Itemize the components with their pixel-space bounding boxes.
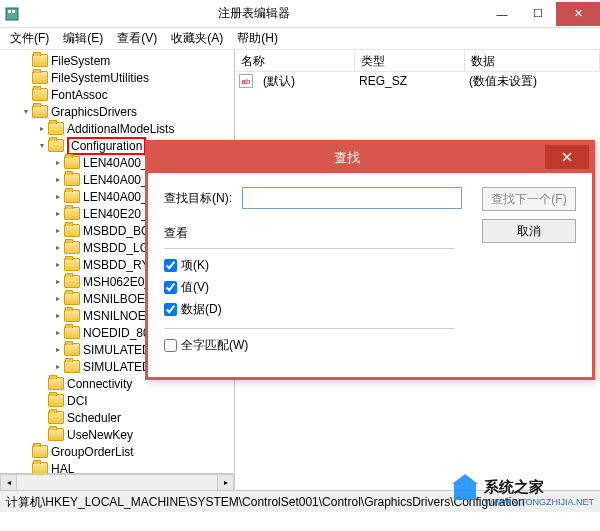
- twisty-closed-icon[interactable]: ▸: [52, 259, 64, 271]
- tree-label: FileSystem: [51, 54, 110, 68]
- tree-label: UseNewKey: [67, 428, 133, 442]
- twisty-closed-icon[interactable]: ▸: [52, 157, 64, 169]
- chk-values[interactable]: 值(V): [164, 279, 576, 296]
- folder-icon: [64, 207, 80, 220]
- chk-keys-box[interactable]: [164, 259, 177, 272]
- col-name[interactable]: 名称: [235, 50, 355, 71]
- twisty-closed-icon[interactable]: ▸: [52, 361, 64, 373]
- tree-row[interactable]: GroupOrderList: [0, 443, 234, 460]
- menu-edit[interactable]: 编辑(E): [57, 28, 109, 49]
- scroll-right-icon[interactable]: ▸: [217, 474, 234, 491]
- folder-icon: [64, 292, 80, 305]
- twisty-closed-icon[interactable]: ▸: [52, 174, 64, 186]
- dialog-titlebar[interactable]: 查找: [148, 143, 592, 173]
- chk-wholeword[interactable]: 全字匹配(W): [164, 337, 576, 354]
- svg-rect-1: [8, 10, 11, 13]
- dialog-title: 查找: [148, 149, 545, 167]
- tree-row[interactable]: FontAssoc: [0, 86, 234, 103]
- list-row[interactable]: ab (默认) REG_SZ (数值未设置): [235, 72, 600, 90]
- titlebar: 注册表编辑器 — ☐ ✕: [0, 0, 600, 28]
- twisty-closed-icon[interactable]: ▸: [52, 225, 64, 237]
- tree-row[interactable]: FileSystemUtilities: [0, 69, 234, 86]
- twisty-closed-icon[interactable]: ▸: [52, 310, 64, 322]
- chk-data[interactable]: 数据(D): [164, 301, 576, 318]
- twisty-closed-icon[interactable]: ▸: [52, 293, 64, 305]
- folder-icon: [32, 88, 48, 101]
- tree-hscrollbar[interactable]: ◂ ▸: [0, 473, 234, 490]
- folder-icon: [64, 360, 80, 373]
- menu-help[interactable]: 帮助(H): [231, 28, 284, 49]
- window-title: 注册表编辑器: [24, 5, 484, 22]
- folder-icon: [48, 394, 64, 407]
- tree-row[interactable]: UseNewKey: [0, 426, 234, 443]
- menubar: 文件(F) 编辑(E) 查看(V) 收藏夹(A) 帮助(H): [0, 28, 600, 50]
- close-button[interactable]: ✕: [556, 2, 600, 26]
- folder-icon: [48, 139, 64, 152]
- menu-favorites[interactable]: 收藏夹(A): [165, 28, 229, 49]
- folder-icon: [64, 309, 80, 322]
- twisty-closed-icon[interactable]: ▸: [52, 276, 64, 288]
- find-dialog: 查找 查找目标(N): 查看 项(K) 值(V) 数据(D) 全字匹配(W) 查…: [145, 140, 595, 380]
- chk-wholeword-box[interactable]: [164, 339, 177, 352]
- twisty-none: [36, 395, 48, 407]
- twisty-closed-icon[interactable]: ▸: [52, 208, 64, 220]
- folder-icon: [32, 105, 48, 118]
- tree-row[interactable]: DCI: [0, 392, 234, 409]
- menu-file[interactable]: 文件(F): [4, 28, 55, 49]
- tree-row[interactable]: FileSystem: [0, 52, 234, 69]
- tree-row[interactable]: ▾GraphicsDrivers: [0, 103, 234, 120]
- chk-keys[interactable]: 项(K): [164, 257, 576, 274]
- twisty-open-icon[interactable]: ▾: [20, 106, 32, 118]
- twisty-closed-icon[interactable]: ▸: [36, 123, 48, 135]
- tree-row[interactable]: Scheduler: [0, 409, 234, 426]
- tree-row[interactable]: ▸AdditionalModeLists: [0, 120, 234, 137]
- twisty-closed-icon[interactable]: ▸: [52, 191, 64, 203]
- twisty-none: [20, 55, 32, 67]
- folder-icon: [48, 411, 64, 424]
- tree-label: Scheduler: [67, 411, 121, 425]
- chk-data-box[interactable]: [164, 303, 177, 316]
- folder-icon: [32, 71, 48, 84]
- scroll-track[interactable]: [17, 474, 217, 491]
- divider: [164, 248, 454, 249]
- dialog-close-button[interactable]: [545, 145, 589, 169]
- maximize-button[interactable]: ☐: [520, 2, 556, 26]
- tree-label: GroupOrderList: [51, 445, 134, 459]
- svg-rect-2: [12, 10, 15, 13]
- folder-icon: [64, 258, 80, 271]
- tree-label: FontAssoc: [51, 88, 108, 102]
- tree-label: GraphicsDrivers: [51, 105, 137, 119]
- col-data[interactable]: 数据: [465, 50, 600, 71]
- divider: [164, 328, 454, 329]
- watermark-name: 系统之家: [484, 478, 594, 497]
- folder-icon: [64, 326, 80, 339]
- tree-label: FileSystemUtilities: [51, 71, 149, 85]
- twisty-open-icon[interactable]: ▾: [36, 140, 48, 152]
- find-next-button[interactable]: 查找下一个(F): [482, 187, 576, 211]
- col-type[interactable]: 类型: [355, 50, 465, 71]
- folder-icon: [32, 445, 48, 458]
- twisty-closed-icon[interactable]: ▸: [52, 327, 64, 339]
- string-value-icon: ab: [239, 74, 253, 88]
- minimize-button[interactable]: —: [484, 2, 520, 26]
- chk-values-box[interactable]: [164, 281, 177, 294]
- find-target-label: 查找目标(N):: [164, 190, 232, 207]
- twisty-none: [20, 89, 32, 101]
- twisty-closed-icon[interactable]: ▸: [52, 242, 64, 254]
- watermark-url: WWW.XITONGZHIJIA.NET: [484, 497, 594, 507]
- twisty-none: [36, 378, 48, 390]
- folder-icon: [64, 343, 80, 356]
- folder-icon: [48, 122, 64, 135]
- folder-icon: [64, 190, 80, 203]
- menu-view[interactable]: 查看(V): [111, 28, 163, 49]
- folder-icon: [64, 156, 80, 169]
- folder-icon: [48, 377, 64, 390]
- folder-icon: [64, 275, 80, 288]
- twisty-none: [20, 446, 32, 458]
- scroll-left-icon[interactable]: ◂: [0, 474, 17, 491]
- cell-name: (默认): [257, 72, 353, 91]
- twisty-none: [36, 429, 48, 441]
- find-target-input[interactable]: [242, 187, 462, 209]
- twisty-closed-icon[interactable]: ▸: [52, 344, 64, 356]
- cancel-button[interactable]: 取消: [482, 219, 576, 243]
